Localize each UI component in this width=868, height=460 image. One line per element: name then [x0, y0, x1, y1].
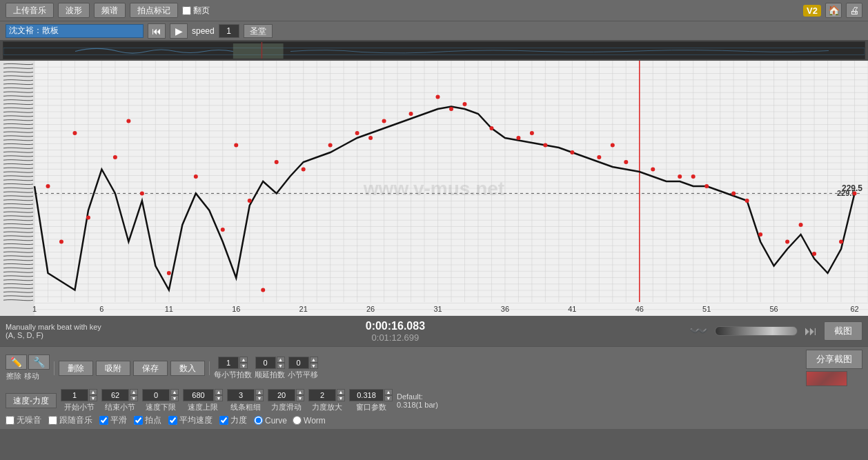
speed-upper-input[interactable] — [183, 389, 214, 401]
smooth-down[interactable]: ▼ — [277, 363, 285, 369]
force-smooth-group: ▲ ▼ 力度滑动 — [268, 389, 304, 412]
reference-value: 229.5 — [842, 183, 862, 193]
start-bar-group: ▲ ▼ 开始小节 — [61, 389, 97, 412]
beats-down[interactable]: ▼ — [239, 363, 248, 369]
chart-area[interactable]: 229.5 — [0, 61, 868, 316]
time-total: 0:01:12.699 — [108, 332, 682, 343]
curve-radio[interactable] — [254, 416, 263, 425]
time-current: 0:00:16.083 — [108, 320, 682, 332]
beats-up[interactable]: ▲ — [239, 357, 248, 363]
speed-upper-down[interactable]: ▼ — [215, 395, 223, 401]
end-bar-up[interactable]: ▲ — [130, 389, 138, 395]
erase-label: 擦除 — [6, 371, 22, 381]
no-noise-label: 无噪音 — [17, 414, 41, 426]
bar-step-down[interactable]: ▼ — [310, 363, 318, 369]
prev-btn[interactable]: ⏮ — [148, 23, 166, 39]
share-screenshot-btn[interactable]: 分享截图 — [806, 350, 862, 369]
speed-lower-up[interactable]: ▲ — [170, 389, 179, 395]
color-display — [806, 371, 847, 386]
bottom-controls: ✏️ 🔧 擦除 移动 删除 吸附 保存 数入 ▲ ▼ — [0, 346, 868, 429]
smooth-input[interactable] — [255, 357, 276, 369]
worm-radio[interactable] — [293, 416, 302, 425]
no-noise-checkbox[interactable] — [6, 416, 14, 425]
play-btn[interactable]: ▶ — [170, 23, 188, 39]
divider2 — [209, 361, 210, 375]
import-btn[interactable]: 数入 — [170, 361, 205, 376]
line-thickness-down[interactable]: ▼ — [255, 395, 264, 401]
waveform-btn[interactable]: 波形 — [58, 3, 90, 18]
lasso-btn[interactable]: 🔧 — [28, 354, 50, 370]
speed-force-btn[interactable]: 速度-力度 — [6, 393, 57, 408]
bar-step-up[interactable]: ▲ — [310, 357, 318, 363]
controls-row1: ✏️ 🔧 擦除 移动 删除 吸附 保存 数入 ▲ ▼ — [6, 350, 862, 386]
erase-btn[interactable]: ✏️ — [6, 354, 27, 370]
time-display: 0:00:16.083 0:01:12.699 — [108, 320, 682, 343]
force-smooth-input[interactable] — [268, 389, 295, 401]
window-param-down[interactable]: ▼ — [384, 395, 393, 401]
speed-upper-group: ▲ ▼ 速度上限 — [183, 389, 223, 412]
avg-speed-group: 平均速度 — [168, 414, 213, 426]
svg-rect-2 — [233, 43, 284, 59]
start-bar-input[interactable] — [61, 389, 88, 401]
bar-step-group: ▲ ▼ 小节平移 — [288, 357, 318, 380]
line-thickness-up[interactable]: ▲ — [255, 389, 264, 395]
flip-checkbox-group: 翻页 — [182, 5, 210, 17]
file-name-input[interactable] — [6, 24, 144, 38]
speed-lower-down[interactable]: ▼ — [170, 395, 179, 401]
force-magnify-up[interactable]: ▲ — [337, 389, 345, 395]
follow-music-checkbox[interactable] — [48, 416, 57, 425]
speed-lower-input[interactable] — [142, 389, 170, 401]
home-btn[interactable]: 🏠 — [825, 3, 842, 18]
speed-upper-up[interactable]: ▲ — [215, 389, 223, 395]
beats-per-bar-group: ▲ ▼ 每小节拍数 — [214, 357, 252, 380]
smooth-up[interactable]: ▲ — [277, 357, 285, 363]
screenshot-btn[interactable]: 截图 — [824, 321, 862, 341]
beats-per-bar-input[interactable] — [218, 357, 239, 369]
window-param-input[interactable] — [349, 389, 384, 401]
force-magnify-down[interactable]: ▼ — [337, 395, 345, 401]
force-checkbox[interactable] — [219, 416, 228, 425]
flat-checkbox[interactable] — [99, 416, 108, 425]
waveform-strip — [0, 40, 868, 61]
window-param-up[interactable]: ▲ — [384, 389, 393, 395]
beat-point-group: 拍点 — [134, 414, 161, 426]
start-bar-down[interactable]: ▼ — [89, 395, 97, 401]
end-bar-down[interactable]: ▼ — [130, 395, 138, 401]
frequency-btn[interactable]: 频谱 — [94, 3, 126, 18]
worm-label: Worm — [304, 416, 326, 426]
divider1 — [54, 361, 55, 375]
no-noise-group: 无噪音 — [6, 414, 41, 426]
speed-input[interactable] — [219, 24, 239, 38]
delete-btn[interactable]: 删除 — [59, 361, 93, 376]
speed-upper-label: 速度上限 — [188, 402, 218, 412]
waveform-container[interactable] — [3, 41, 865, 59]
default-value: 0.318(1 bar) — [397, 401, 438, 409]
absorb-btn[interactable]: 吸附 — [96, 361, 130, 376]
speed-lower-group: ▲ ▼ 速度下限 — [142, 389, 179, 412]
force-smooth-down[interactable]: ▼ — [296, 395, 304, 401]
curve-worm-group: Curve Worm — [254, 416, 326, 426]
end-icon: ⏭ — [805, 324, 817, 339]
beat-point-checkbox[interactable] — [134, 416, 143, 425]
apply-btn[interactable]: 圣堂 — [244, 24, 273, 38]
line-thickness-input[interactable] — [227, 389, 255, 401]
controls-row3: 无噪音 跟随音乐 平滑 拍点 平均速度 力度 Curve — [6, 414, 862, 426]
controls-row2: 速度-力度 ▲ ▼ 开始小节 ▲ ▼ 结束小节 — [6, 389, 862, 412]
erase-move-group: ✏️ 🔧 擦除 移动 — [6, 354, 50, 381]
force-group: 力度 — [219, 414, 247, 426]
avg-speed-checkbox[interactable] — [168, 416, 177, 425]
progress-bar[interactable] — [715, 326, 798, 336]
right-top-panel: 分享截图 — [806, 350, 862, 386]
end-bar-input[interactable] — [101, 389, 129, 401]
start-bar-up[interactable]: ▲ — [89, 389, 97, 395]
follow-music-group: 跟随音乐 — [48, 414, 92, 426]
force-magnify-input[interactable] — [308, 389, 336, 401]
beat-mark-btn[interactable]: 拍点标记 — [130, 3, 178, 18]
save-btn[interactable]: 保存 — [133, 361, 168, 376]
upload-music-btn[interactable]: 上传音乐 — [6, 3, 54, 18]
bar-step-input[interactable] — [288, 357, 309, 369]
print-btn[interactable]: 🖨 — [846, 3, 862, 18]
flip-checkbox[interactable] — [182, 6, 191, 15]
force-smooth-up[interactable]: ▲ — [296, 389, 304, 395]
end-bar-group: ▲ ▼ 结束小节 — [101, 389, 138, 412]
